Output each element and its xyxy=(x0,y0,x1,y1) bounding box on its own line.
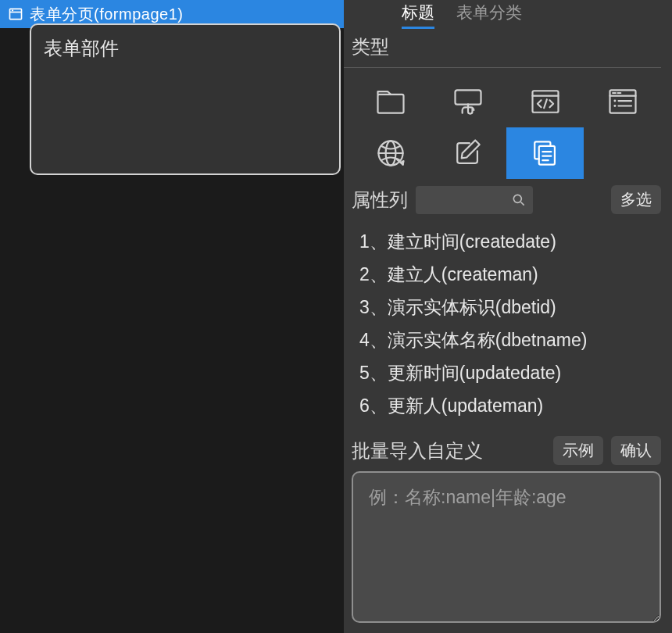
attr-item[interactable]: 5、更新时间(updatedate) xyxy=(359,356,661,389)
type-section-title: 类型 xyxy=(344,23,661,67)
tree-row-label: 表单分页(formpage1) xyxy=(30,4,183,25)
type-pointer[interactable] xyxy=(429,76,506,127)
confirm-button[interactable]: 确认 xyxy=(611,436,661,465)
code-icon xyxy=(528,84,563,119)
form-layout-icon xyxy=(606,84,640,119)
svg-point-23 xyxy=(513,195,521,202)
tab-bar: 标题 表单分类 xyxy=(344,0,661,23)
type-edit[interactable] xyxy=(429,127,506,179)
svg-rect-3 xyxy=(377,95,403,113)
batch-import-label: 批量导入自定义 xyxy=(352,438,545,463)
svg-rect-4 xyxy=(455,90,481,104)
form-widget-title: 表单部件 xyxy=(44,38,119,59)
search-icon xyxy=(511,192,527,208)
type-copy[interactable] xyxy=(506,127,584,179)
globe-icon xyxy=(374,136,408,170)
type-grid xyxy=(344,76,661,184)
type-code[interactable] xyxy=(506,76,584,127)
attr-list-label: 属性列 xyxy=(352,188,408,213)
attr-item[interactable]: 3、演示实体标识(dbetid) xyxy=(359,291,661,324)
batch-import-textarea[interactable] xyxy=(352,471,661,623)
svg-rect-2 xyxy=(12,10,13,12)
svg-line-7 xyxy=(544,99,547,108)
attr-item[interactable]: 4、演示实体名称(dbetname) xyxy=(359,324,661,356)
divider xyxy=(344,67,661,68)
attr-list: 1、建立时间(createdate) 2、建立人(createman) 3、演示… xyxy=(344,222,661,422)
copy-icon xyxy=(528,136,563,170)
edit-icon xyxy=(451,136,485,170)
form-widget-box[interactable]: 表单部件 xyxy=(30,23,341,175)
attr-item[interactable]: 1、建立时间(createdate) xyxy=(359,225,661,258)
attr-item[interactable]: 2、建立人(createman) xyxy=(359,258,661,291)
multi-select-button[interactable]: 多选 xyxy=(611,185,661,214)
type-folder[interactable] xyxy=(352,76,429,127)
type-form-layout[interactable] xyxy=(584,76,661,127)
attr-item[interactable]: 6、更新人(updateman) xyxy=(359,389,661,422)
svg-point-14 xyxy=(613,105,616,107)
svg-line-24 xyxy=(521,202,524,205)
folder-icon xyxy=(374,84,408,119)
form-page-icon xyxy=(8,6,23,22)
type-globe[interactable] xyxy=(352,127,429,179)
example-button[interactable]: 示例 xyxy=(553,436,603,465)
svg-point-12 xyxy=(613,100,616,102)
pointer-icon xyxy=(451,84,485,119)
svg-rect-0 xyxy=(10,9,22,19)
